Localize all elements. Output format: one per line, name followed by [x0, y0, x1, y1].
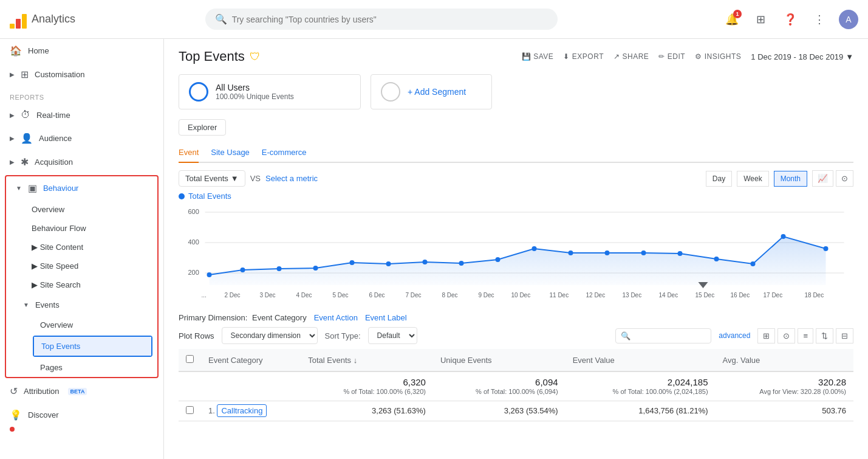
insights-icon: ⚙	[695, 52, 702, 61]
search-icon: 🔍	[621, 331, 630, 340]
sidebar-sub-events-overview[interactable]: Overview	[6, 316, 157, 334]
sidebar-sub-overview[interactable]: Overview	[6, 200, 157, 219]
chart-legend: Total Events	[179, 192, 853, 201]
totals-unique-events: 6,094 % of Total: 100.00% (6,094)	[433, 371, 566, 401]
svg-text:14 Dec: 14 Dec	[659, 292, 678, 299]
table-view-btn[interactable]: ⊞	[757, 328, 775, 343]
line-chart-btn[interactable]: 📈	[812, 170, 833, 187]
explorer-tab[interactable]: Explorer	[179, 119, 226, 136]
svg-point-9	[277, 266, 282, 271]
sidebar-sub-site-search[interactable]: ▶ Site Search	[6, 275, 157, 294]
secondary-dimension-dropdown[interactable]: Secondary dimension	[222, 327, 318, 344]
sidebar-item-discover[interactable]: 💡 Discover	[0, 403, 163, 427]
advanced-link[interactable]: advanced	[719, 331, 750, 340]
sidebar-item-attribution[interactable]: ↺ Attribution BETA	[0, 379, 163, 403]
sidebar-audience-label: Audience	[39, 134, 72, 143]
share-button[interactable]: ↗ SHARE	[613, 52, 649, 61]
search-input[interactable]	[232, 15, 548, 24]
svg-point-23	[781, 234, 786, 239]
totals-event-value: 2,024,185 % of Total: 100.00% (2,024,185…	[566, 371, 716, 401]
segment-all-users[interactable]: All Users 100.00% Unique Events	[179, 74, 361, 109]
search-bar[interactable]: 🔍	[205, 9, 558, 30]
notification-badge: 1	[733, 10, 742, 18]
select-all-checkbox[interactable]	[186, 355, 194, 363]
table-search-input[interactable]	[633, 331, 706, 340]
svg-point-8	[241, 267, 245, 272]
sidebar-item-home[interactable]: 🏠 Home	[0, 39, 163, 63]
chart-dot-icon	[179, 193, 185, 199]
time-btn-week[interactable]: Week	[737, 171, 768, 187]
logo-icon	[10, 10, 27, 29]
time-btn-month[interactable]: Month	[774, 171, 807, 187]
pie-view-btn[interactable]: ⊙	[777, 328, 795, 343]
tab-ecommerce[interactable]: E-commerce	[262, 143, 307, 163]
svg-point-7	[207, 272, 212, 277]
sidebar-item-events[interactable]: ▼ Events	[6, 294, 157, 316]
svg-text:10 Dec: 10 Dec	[511, 292, 531, 299]
row-checkbox[interactable]	[186, 406, 194, 414]
notification-button[interactable]: 🔔 1	[722, 10, 742, 29]
row-unique-events-cell: 3,263 (53.54%)	[433, 401, 566, 421]
segment-add-text[interactable]: + Add Segment	[408, 87, 466, 97]
arrow-icon: ▶	[32, 261, 40, 271]
event-action-link[interactable]: Event Action	[314, 313, 358, 322]
sidebar-item-acquisition[interactable]: ▶ ✱ Acquisition	[0, 150, 163, 174]
compare-view-btn[interactable]: ≡	[798, 328, 813, 343]
row-category-link[interactable]: Calltracking	[217, 404, 267, 417]
table-header-row: Event Category Total Events ↓ Unique Eve…	[179, 349, 853, 371]
svg-point-18	[605, 250, 610, 255]
customisation-icon: ⊞	[21, 69, 29, 80]
insights-button[interactable]: ⚙ INSIGHTS	[695, 52, 741, 61]
scatter-chart-btn[interactable]: ⊙	[836, 170, 853, 187]
segment-add[interactable]: + Add Segment	[371, 74, 492, 109]
primary-dimension-label: Primary Dimension: Event Category	[179, 313, 307, 322]
tab-event[interactable]: Event	[179, 143, 199, 163]
sort-type-dropdown[interactable]: Default	[368, 327, 417, 344]
metric-dropdown[interactable]: Total Events ▼	[179, 170, 245, 187]
help-button[interactable]: ❓	[781, 10, 800, 29]
totals-empty-cell	[179, 371, 201, 401]
col-unique-events: Unique Events	[433, 349, 566, 371]
select-metric-link[interactable]: Select a metric	[265, 174, 318, 183]
sidebar-customisation-label: Customisation	[35, 70, 84, 79]
sidebar-sub-top-events[interactable]: Top Events	[34, 337, 151, 356]
sidebar-item-behaviour[interactable]: ▼ ▣ Behaviour	[6, 176, 157, 200]
vs-text: VS	[250, 174, 261, 183]
sidebar-item-customisation[interactable]: ▶ ⊞ Customisation	[0, 63, 163, 86]
more-options-button[interactable]: ⋮	[810, 10, 829, 29]
avatar[interactable]: A	[839, 10, 858, 29]
sidebar-sub-site-speed[interactable]: ▶ Site Speed	[6, 257, 157, 275]
custom-view-btn[interactable]: ⊟	[836, 328, 853, 343]
save-button[interactable]: 💾 SAVE	[522, 52, 554, 61]
time-btn-day[interactable]: Day	[706, 171, 732, 187]
sidebar-sub-behaviour-flow[interactable]: Behaviour Flow	[6, 219, 157, 238]
tab-site-usage[interactable]: Site Usage	[211, 143, 250, 163]
svg-text:4 Dec: 4 Dec	[296, 292, 312, 299]
sidebar-item-realtime[interactable]: ▶ ⏱ Real-time	[0, 103, 163, 126]
metric-selector: Total Events ▼ VS Select a metric	[179, 170, 318, 187]
svg-point-13	[423, 260, 428, 264]
arrow-icon: ▶	[10, 135, 15, 142]
sidebar-sub-pages[interactable]: Pages	[6, 358, 157, 377]
discover-icon: 💡	[10, 409, 22, 421]
arrow-icon: ▶	[10, 159, 15, 165]
svg-point-15	[496, 257, 501, 262]
chart-svg: 600 400 200	[179, 203, 853, 306]
data-table: Event Category Total Events ↓ Unique Eve…	[179, 349, 853, 421]
chevron-down-icon: ▼	[846, 52, 853, 61]
event-label-link[interactable]: Event Label	[365, 313, 407, 322]
edit-button[interactable]: ✏ EDIT	[658, 52, 685, 61]
page-title-row: Top Events 🛡	[179, 49, 261, 64]
svg-point-10	[313, 266, 318, 271]
sidebar-sub-site-content[interactable]: ▶ Site Content	[6, 238, 157, 257]
date-range-picker[interactable]: 1 Dec 2019 - 18 Dec 2019 ▼	[751, 52, 853, 61]
sidebar-home-label: Home	[28, 46, 49, 55]
export-button[interactable]: ⬇ EXPORT	[563, 52, 604, 61]
grid-menu-button[interactable]: ⊞	[751, 10, 771, 29]
page-title: Top Events	[179, 49, 245, 64]
pivot-view-btn[interactable]: ⇅	[816, 328, 833, 343]
svg-text:9 Dec: 9 Dec	[479, 292, 494, 299]
table-section: Primary Dimension: Event Category Event …	[179, 313, 853, 421]
sidebar-item-audience[interactable]: ▶ 👤 Audience	[0, 126, 163, 150]
table-search-box[interactable]: 🔍	[615, 328, 711, 343]
